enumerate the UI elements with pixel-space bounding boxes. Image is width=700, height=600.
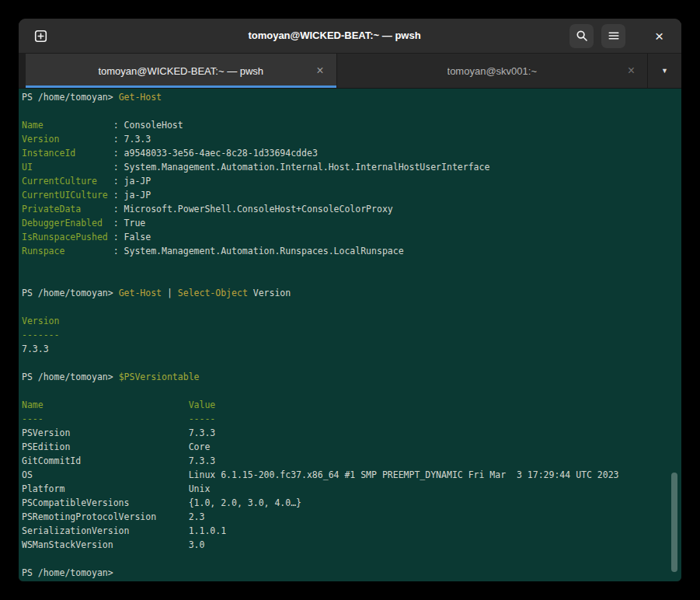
terminal-line: UI : System.Management.Automation.Intern…: [22, 160, 681, 174]
new-tab-button[interactable]: [29, 24, 53, 48]
terminal-line: PSCompatibleVersions {1.0, 2.0, 3.0, 4.0…: [22, 496, 681, 510]
terminal-line: ---- -----: [22, 412, 681, 426]
terminal-line: PSEdition Core: [22, 440, 681, 454]
terminal-line: IsRunspacePushed : False: [22, 230, 681, 244]
tab-label: tomoyan@skv001:~: [448, 65, 537, 77]
terminal-line: GitCommitId 7.3.3: [22, 454, 681, 468]
terminal-line: Platform Unix: [22, 482, 681, 496]
terminal-line: PS /home/tomoyan>: [22, 566, 681, 580]
close-window-button[interactable]: ×: [647, 24, 671, 48]
terminal-line: [22, 356, 681, 370]
tab-close-button[interactable]: ×: [625, 63, 638, 78]
terminal-output: PS /home/tomoyan> Get-HostName : Console…: [22, 90, 681, 580]
terminal-line: [22, 258, 681, 272]
terminal-line: Version: [22, 314, 681, 328]
tab-label: tomoyan@WICKED-BEAT:~ — pwsh: [98, 65, 263, 77]
terminal-window: tomoyan@WICKED-BEAT:~ — pwsh: [19, 19, 681, 581]
terminal-line: -------: [22, 328, 681, 342]
terminal-line: 7.3.3: [22, 342, 681, 356]
terminal-line: [22, 384, 681, 398]
titlebar: tomoyan@WICKED-BEAT:~ — pwsh: [19, 19, 681, 54]
tab-bar: tomoyan@WICKED-BEAT:~ — pwsh × tomoyan@s…: [19, 54, 681, 89]
hamburger-menu-icon: [608, 30, 620, 42]
tab-skv001[interactable]: tomoyan@skv001:~ ×: [336, 54, 648, 88]
terminal-line: Runspace : System.Management.Automation.…: [22, 244, 681, 258]
tab-wicked-beat-pwsh[interactable]: tomoyan@WICKED-BEAT:~ — pwsh ×: [26, 54, 336, 88]
terminal-line: PS /home/tomoyan> Get-Host: [22, 90, 681, 104]
search-icon: [576, 30, 588, 42]
terminal-line: PSRemotingProtocolVersion 2.3: [22, 510, 681, 524]
terminal-line: [22, 104, 681, 118]
terminal-line: SerializationVersion 1.1.0.1: [22, 524, 681, 538]
terminal-screen[interactable]: PS /home/tomoyan> Get-HostName : Console…: [19, 89, 681, 581]
tab-close-button[interactable]: ×: [313, 63, 326, 78]
terminal-line: InstanceId : a9548033-3e56-4aec-8c28-1d3…: [22, 146, 681, 160]
terminal-line: [22, 552, 681, 566]
terminal-line: PS /home/tomoyan> $PSVersiontable: [22, 370, 681, 384]
terminal-line: OS Linux 6.1.15-200.fc37.x86_64 #1 SMP P…: [22, 468, 681, 482]
search-button[interactable]: [569, 24, 594, 48]
tab-list-dropdown-button[interactable]: ▼: [647, 54, 681, 88]
terminal-line: Name Value: [22, 398, 681, 412]
terminal-line: WSManStackVersion 3.0: [22, 538, 681, 552]
terminal-line: DebuggerEnabled : True: [22, 216, 681, 230]
terminal-line: PrivateData : Microsoft.PowerShell.Conso…: [22, 202, 681, 216]
close-icon: ×: [655, 29, 663, 44]
menu-button[interactable]: [601, 24, 625, 48]
terminal-line: Name : ConsoleHost: [22, 118, 681, 132]
chevron-down-icon: ▼: [661, 67, 668, 75]
terminal-line: [22, 272, 681, 286]
terminal-line: PSVersion 7.3.3: [22, 426, 681, 440]
new-tab-icon: [34, 30, 47, 43]
terminal-line: CurrentCulture : ja-JP: [22, 174, 681, 188]
terminal-line: PS /home/tomoyan> Get-Host | Select-Obje…: [22, 286, 681, 300]
terminal-line: [22, 300, 681, 314]
scrollbar-thumb[interactable]: [671, 473, 677, 572]
terminal-line: CurrentUICulture : ja-JP: [22, 188, 681, 202]
window-title: tomoyan@WICKED-BEAT:~ — pwsh: [112, 19, 557, 53]
terminal-line: Version : 7.3.3: [22, 132, 681, 146]
